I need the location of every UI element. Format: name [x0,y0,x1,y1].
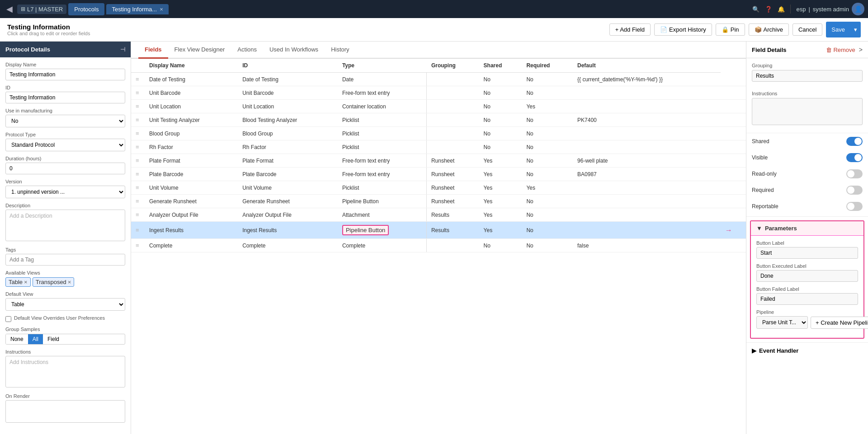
table-row[interactable]: ≡Blood GroupBlood GroupPicklistNoNo [131,127,746,140]
table-row[interactable]: ≡Rh FactorRh FactorPicklistNoNo [131,140,746,154]
drag-handle[interactable]: ≡ [131,195,145,208]
field-required: No [522,140,573,154]
collapse-panel-icon[interactable]: ⊣ [120,46,125,53]
cancel-button[interactable]: Cancel [793,23,822,36]
table-row[interactable]: ≡Plate FormatPlate FormatFree-form text … [131,154,746,168]
save-dropdown-button[interactable]: ▾ [850,24,861,35]
id-input[interactable] [5,92,125,103]
add-field-button[interactable]: + Add Field [609,23,651,36]
tab-history[interactable]: History [325,42,355,59]
reportable-label: Reportable [752,203,778,210]
drag-handle[interactable]: ≡ [131,140,145,154]
readonly-toggle[interactable] [846,169,863,178]
shared-toggle[interactable] [846,137,863,146]
protocols-button[interactable]: Protocols [68,3,104,15]
table-row[interactable]: ≡Date of TestingDate of TestingDateNoNo{… [131,73,746,86]
table-row[interactable]: ≡Plate BarcodePlate BarcodeFree-form tex… [131,168,746,181]
drag-handle[interactable]: ≡ [131,73,145,86]
drag-handle[interactable]: ≡ [131,127,145,140]
instructions-right-textarea[interactable] [752,98,863,125]
archive-button[interactable]: 📦 Archive [749,23,789,36]
expand-right-panel-button[interactable]: > [859,46,863,53]
table-row[interactable]: ≡Unit BarcodeUnit BarcodeFree-form text … [131,86,746,100]
table-row[interactable]: ≡Generate RunsheetGenerate RunsheetPipel… [131,195,746,208]
remove-table-view[interactable]: × [24,279,28,285]
search-icon[interactable]: 🔍 [752,6,760,13]
visible-toggle-row: Visible [746,151,868,164]
button-label-row: Button Label [756,240,858,259]
user-menu[interactable]: esp | system admin 👤 [796,3,864,15]
bell-icon[interactable]: 🔔 [778,6,785,13]
field-grouping: Runsheet [427,195,479,208]
pipeline-select[interactable]: Parse Unit T... [756,316,808,329]
fields-table-container: Display Name ID Type Grouping Shared Req… [131,59,746,434]
remove-field-button[interactable]: 🗑 Remove [826,47,855,53]
protocol-type-select[interactable]: Standard Protocol [5,139,125,151]
active-tab[interactable]: Testing Informa... × [106,4,168,14]
export-history-button[interactable]: 📄 Export History [654,23,712,36]
archive-icon: 📦 [755,26,762,33]
parameters-header[interactable]: ▼ Parameters [751,221,863,236]
tab-flex-view-designer[interactable]: Flex View Designer [168,42,231,59]
drag-handle[interactable]: ≡ [131,168,145,181]
table-row[interactable]: ≡CompleteCompleteCompleteNoNofalse [131,239,746,252]
version-select[interactable]: 1. unpinned version ... [5,186,125,198]
field-display-name: Blood Group [145,127,238,140]
tab-close-icon[interactable]: × [160,6,163,13]
drag-handle[interactable]: ≡ [131,113,145,127]
on-render-textarea[interactable] [5,400,125,423]
reportable-toggle[interactable] [846,202,863,211]
tags-input[interactable] [5,254,125,266]
button-executed-input[interactable] [756,270,858,282]
grouping-input[interactable] [752,70,863,82]
tab-fields[interactable]: Fields [138,42,168,59]
save-main-button[interactable]: Save [826,24,850,35]
tab-used-in-workflows[interactable]: Used In Workflows [263,42,325,59]
table-row[interactable]: ≡Unit LocationUnit LocationContainer loc… [131,100,746,113]
field-grouping [427,100,479,113]
field-display-name: Unit Location [145,100,238,113]
drag-handle[interactable]: ≡ [131,154,145,168]
table-row[interactable]: ≡Unit Testing AnalyzerBlood Testing Anal… [131,113,746,127]
help-icon[interactable]: ❓ [765,6,772,13]
fields-table: Display Name ID Type Grouping Shared Req… [131,59,746,252]
event-handler-section: ▶ Event Handler [746,342,868,359]
tab-actions[interactable]: Actions [231,42,263,59]
table-row[interactable]: ≡Unit VolumeUnit VolumePicklistRunsheetY… [131,181,746,195]
duration-input[interactable] [5,163,125,174]
back-button[interactable]: ◀ [4,2,15,16]
group-samples-label: Group Samples [5,327,125,332]
drag-handle[interactable]: ≡ [131,86,145,100]
field-details-header: Field Details 🗑 Remove > [746,42,868,58]
app-tag[interactable]: ⊞ L7 | MASTER [17,5,66,14]
event-handler-header[interactable]: ▶ Event Handler [752,347,863,354]
button-failed-input[interactable] [756,293,858,305]
drag-handle[interactable]: ≡ [131,100,145,113]
protocol-details-title: Protocol Details [5,46,50,53]
create-pipeline-button[interactable]: + Create New Pipeline [811,317,868,329]
group-samples-none[interactable]: None [6,334,28,344]
field-grouping: Runsheet [427,181,479,195]
default-view-select[interactable]: Table [5,298,125,311]
group-samples-field[interactable]: Field [43,334,64,344]
visible-label: Visible [752,154,768,161]
drag-handle[interactable]: ≡ [131,222,145,239]
drag-handle[interactable]: ≡ [131,181,145,195]
pin-button[interactable]: 🔒 Pin [716,23,745,36]
required-toggle[interactable] [846,186,863,195]
drag-handle[interactable]: ≡ [131,208,145,222]
table-row[interactable]: ≡Analyzer Output FileAnalyzer Output Fil… [131,208,746,222]
remove-transposed-view[interactable]: × [68,279,71,285]
table-row[interactable]: ≡Ingest ResultsIngest ResultsPipeline Bu… [131,222,746,239]
visible-toggle[interactable] [846,153,863,162]
group-samples-all[interactable]: All [28,334,43,344]
button-label-input[interactable] [756,247,858,259]
instructions-textarea[interactable] [5,356,125,387]
display-name-input[interactable] [5,69,125,80]
description-textarea[interactable] [5,210,125,241]
field-id: Analyzer Output File [238,208,338,222]
use-in-manufacturing-select[interactable]: No Yes [5,115,125,127]
drag-handle[interactable]: ≡ [131,239,145,252]
default-view-overrides-checkbox[interactable] [5,316,11,322]
tags-row: Tags [5,247,125,266]
